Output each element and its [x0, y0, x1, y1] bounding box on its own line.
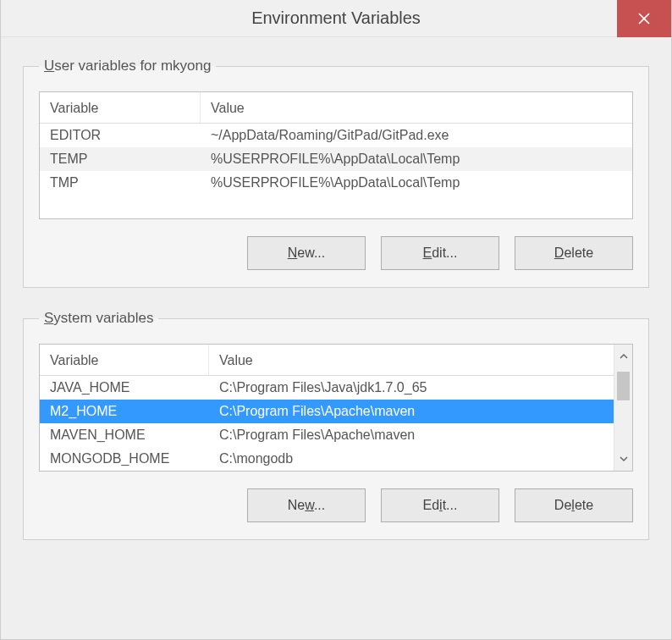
- scrollbar-thumb[interactable]: [617, 372, 630, 400]
- scrollbar-track[interactable]: [614, 368, 632, 447]
- close-button[interactable]: [617, 0, 671, 37]
- system-variables-list[interactable]: Variable Value JAVA_HOME C:\Program File…: [39, 344, 633, 472]
- new-user-var-button[interactable]: New...: [247, 236, 366, 270]
- delete-user-var-button[interactable]: Delete: [515, 236, 633, 270]
- list-item-selected[interactable]: M2_HOME C:\Program Files\Apache\maven: [40, 400, 632, 423]
- scroll-down-icon[interactable]: [614, 447, 632, 471]
- column-variable[interactable]: Variable: [40, 92, 201, 123]
- scrollbar[interactable]: [614, 345, 632, 471]
- titlebar: Environment Variables: [1, 0, 671, 37]
- column-variable[interactable]: Variable: [40, 345, 209, 375]
- close-icon: [638, 13, 650, 25]
- delete-system-var-button[interactable]: Delete: [515, 488, 633, 522]
- list-body: JAVA_HOME C:\Program Files\Java\jdk1.7.0…: [40, 376, 632, 471]
- list-item[interactable]: TEMP %USERPROFILE%\AppData\Local\Temp: [40, 147, 632, 171]
- list-item[interactable]: EDITOR ~/AppData/Roaming/GitPad/GitPad.e…: [40, 124, 632, 147]
- edit-user-var-button[interactable]: Edit...: [381, 236, 499, 270]
- list-item[interactable]: MAVEN_HOME C:\Program Files\Apache\maven: [40, 423, 632, 447]
- system-variables-group: System variables Variable Value JAVA_HOM…: [23, 310, 649, 540]
- list-header: Variable Value: [40, 92, 632, 124]
- list-header: Variable Value: [40, 345, 632, 376]
- list-item[interactable]: MONGODB_HOME C:\mongodb: [40, 447, 632, 471]
- column-value[interactable]: Value: [209, 345, 632, 375]
- user-variables-group: User variables for mkyong Variable Value…: [23, 58, 649, 288]
- window-title: Environment Variables: [55, 8, 617, 28]
- system-buttons-row: New... Edit... Delete: [39, 488, 633, 522]
- list-body: EDITOR ~/AppData/Roaming/GitPad/GitPad.e…: [40, 124, 632, 218]
- environment-variables-dialog: Environment Variables User variables for…: [0, 0, 672, 640]
- column-value[interactable]: Value: [201, 92, 632, 123]
- user-buttons-row: New... Edit... Delete: [39, 236, 633, 270]
- new-system-var-button[interactable]: New...: [247, 488, 366, 522]
- list-item[interactable]: JAVA_HOME C:\Program Files\Java\jdk1.7.0…: [40, 376, 632, 400]
- scroll-up-icon[interactable]: [614, 345, 632, 368]
- user-variables-list[interactable]: Variable Value EDITOR ~/AppData/Roaming/…: [39, 91, 633, 219]
- list-item[interactable]: TMP %USERPROFILE%\AppData\Local\Temp: [40, 171, 632, 195]
- dialog-content: User variables for mkyong Variable Value…: [1, 37, 671, 639]
- system-variables-legend: System variables: [39, 310, 158, 327]
- user-variables-legend: User variables for mkyong: [39, 58, 216, 74]
- edit-system-var-button[interactable]: Edit...: [381, 488, 499, 522]
